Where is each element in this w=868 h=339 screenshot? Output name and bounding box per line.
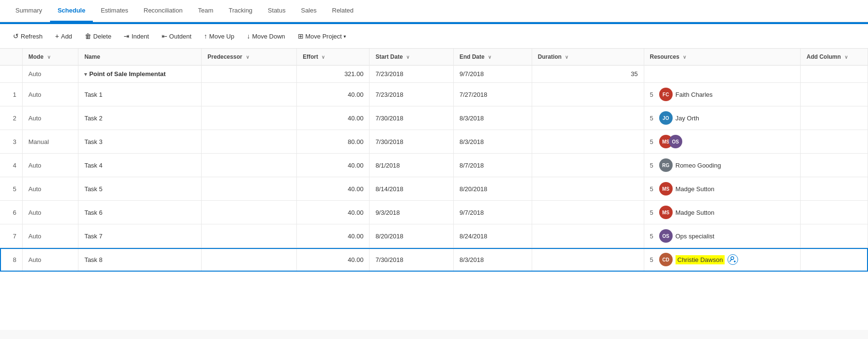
row-effort: 40.00 (297, 201, 370, 224)
row-add-col (801, 177, 868, 201)
table-row: 2 Auto Task 2 40.00 7/30/2018 8/3/2018 5… (0, 106, 868, 130)
row-resources: 5 JO Jay Orth (644, 106, 801, 130)
row-resources: 5 RG Romeo Gooding (644, 154, 801, 177)
resource-cell: 5 MS OS (650, 135, 795, 148)
row-mode: Auto (23, 83, 78, 106)
row-duration (532, 201, 644, 224)
tab-status[interactable]: Status (260, 0, 294, 22)
row-name[interactable]: Task 1 (78, 83, 202, 106)
tab-summary[interactable]: Summary (8, 0, 50, 22)
row-add-col (801, 154, 868, 177)
row-duration (532, 177, 644, 201)
col-header-name[interactable]: Name (78, 49, 202, 65)
move-up-button[interactable]: ↑ Move Up (199, 29, 240, 43)
resource-cell: 5 RG Romeo Gooding (650, 158, 795, 172)
chevron-down-icon: ▾ (344, 34, 346, 39)
row-mode: Manual (23, 130, 78, 154)
add-button[interactable]: + Add (50, 29, 77, 43)
row-number: 5 (0, 177, 23, 201)
group-row-duration: 35 (532, 65, 644, 83)
group-row-effort: 321.00 (297, 65, 370, 83)
row-number: 8 (0, 248, 23, 272)
row-mode: Auto (23, 201, 78, 224)
col-header-effort[interactable]: Effort ∨ (297, 49, 370, 65)
row-name[interactable]: Task 7 (78, 224, 202, 248)
resource-name: Madge Sutton (676, 185, 715, 193)
row-end-date: 8/3/2018 (453, 248, 532, 272)
row-resources: 5 CD Christie Dawson (644, 248, 801, 272)
resource-cell: 5 MS Madge Sutton (650, 206, 795, 219)
col-header-predecessor[interactable]: Predecessor ∨ (202, 49, 297, 65)
resource-count: 5 (650, 209, 656, 216)
row-mode: Auto (23, 177, 78, 201)
nav-tabs: Summary Schedule Estimates Reconciliatio… (0, 0, 868, 22)
resource-count: 5 (650, 162, 656, 169)
indent-button[interactable]: ⇥ Indent (118, 29, 154, 43)
tab-schedule[interactable]: Schedule (50, 0, 93, 22)
tab-sales[interactable]: Sales (293, 0, 324, 22)
add-resource-icon[interactable] (728, 254, 738, 265)
col-header-start-date[interactable]: Start Date ∨ (370, 49, 454, 65)
refresh-button[interactable]: ↺ Refresh (8, 29, 48, 43)
resource-name: Christie Dawson (676, 255, 725, 264)
tab-tracking[interactable]: Tracking (221, 0, 260, 22)
row-start-date: 8/14/2018 (370, 177, 454, 201)
row-name[interactable]: Task 6 (78, 201, 202, 224)
effort-sort-icon: ∨ (321, 54, 325, 60)
schedule-table: Mode ∨ Name Predecessor ∨ Effort ∨ Start… (0, 49, 868, 272)
row-name[interactable]: Task 4 (78, 154, 202, 177)
resource-cell: 5 FC Faith Charles (650, 88, 795, 101)
resources-sort-icon: ∨ (683, 54, 686, 60)
row-duration (532, 106, 644, 130)
row-add-col (801, 248, 868, 272)
col-header-resources[interactable]: Resources ∨ (644, 49, 801, 65)
move-down-icon: ↓ (247, 32, 250, 40)
row-predecessor (202, 130, 297, 154)
col-header-duration[interactable]: Duration ∨ (532, 49, 644, 65)
group-row-name[interactable]: ▾Point of Sale Implementat (78, 65, 202, 83)
resource-count: 5 (650, 115, 656, 122)
col-header-add-column[interactable]: Add Column ∨ (801, 49, 868, 65)
avatar: OS (659, 229, 673, 243)
move-up-icon: ↑ (204, 32, 207, 40)
resource-name: Madge Sutton (676, 209, 715, 216)
move-project-icon: ⊞ (298, 32, 304, 40)
tab-estimates[interactable]: Estimates (93, 0, 136, 22)
row-end-date: 7/27/2018 (453, 83, 532, 106)
row-name[interactable]: Task 8 (78, 248, 202, 272)
move-down-button[interactable]: ↓ Move Down (242, 29, 291, 43)
group-row-predecessor (202, 65, 297, 83)
col-header-mode[interactable]: Mode ∨ (23, 49, 78, 65)
col-header-number (0, 49, 23, 65)
outdent-icon: ⇤ (162, 32, 167, 40)
row-number: 2 (0, 106, 23, 130)
tab-related[interactable]: Related (324, 0, 361, 22)
row-name[interactable]: Task 3 (78, 130, 202, 154)
row-predecessor (202, 201, 297, 224)
row-number: 7 (0, 224, 23, 248)
row-end-date: 8/7/2018 (453, 154, 532, 177)
col-header-end-date[interactable]: End Date ∨ (453, 49, 532, 65)
row-effort: 40.00 (297, 154, 370, 177)
row-add-col (801, 201, 868, 224)
table-row: 4 Auto Task 4 40.00 8/1/2018 8/7/2018 5 … (0, 154, 868, 177)
row-name[interactable]: Task 2 (78, 106, 202, 130)
group-row: Auto ▾Point of Sale Implementat 321.00 7… (0, 65, 868, 83)
tab-reconciliation[interactable]: Reconciliation (136, 0, 191, 22)
row-effort: 40.00 (297, 248, 370, 272)
row-start-date: 8/1/2018 (370, 154, 454, 177)
svg-point-0 (731, 257, 734, 260)
row-mode: Auto (23, 248, 78, 272)
row-add-col (801, 83, 868, 106)
outdent-button[interactable]: ⇤ Outdent (156, 29, 197, 43)
tab-team[interactable]: Team (190, 0, 221, 22)
row-mode: Auto (23, 224, 78, 248)
row-start-date: 7/23/2018 (370, 83, 454, 106)
row-start-date: 8/20/2018 (370, 224, 454, 248)
move-project-button[interactable]: ⊞ Move Project ▾ (293, 29, 352, 43)
row-predecessor (202, 224, 297, 248)
avatar: JO (659, 111, 673, 125)
group-row-resources (644, 65, 801, 83)
row-name[interactable]: Task 5 (78, 177, 202, 201)
delete-button[interactable]: 🗑 Delete (79, 29, 117, 43)
